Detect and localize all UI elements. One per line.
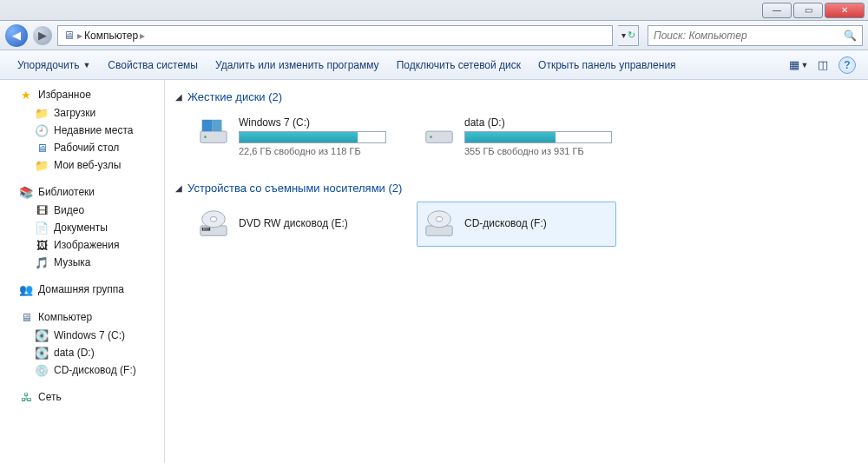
collapse-icon: ◢ xyxy=(175,92,182,102)
breadcrumb-sep: ▸ xyxy=(76,30,84,42)
music-icon: 🎵 xyxy=(35,255,49,269)
hard-drive-icon xyxy=(197,116,230,149)
network-item[interactable]: 🖧Сеть xyxy=(0,387,164,407)
refresh-icon: ↻ xyxy=(628,30,635,41)
network-icon: 🖧 xyxy=(19,390,33,404)
open-control-panel-button[interactable]: Открыть панель управления xyxy=(529,59,685,71)
search-input[interactable] xyxy=(654,30,844,42)
window-titlebar: — ▭ ✕ xyxy=(0,0,868,21)
maximize-button[interactable]: ▭ xyxy=(793,3,823,18)
drive-icon: 💽 xyxy=(35,328,49,342)
command-bar: Упорядочить▼ Свойства системы Удалить ил… xyxy=(0,50,868,80)
chevron-down-icon: ▾ xyxy=(621,30,626,40)
collapse-icon: ◢ xyxy=(175,183,182,193)
hard-drive-icon xyxy=(423,116,456,149)
minimize-button[interactable]: — xyxy=(762,3,792,18)
organize-menu[interactable]: Упорядочить▼ xyxy=(9,59,99,71)
drive-label: DVD RW дисковод (E:) xyxy=(239,217,348,232)
drive-label: Windows 7 (C:) xyxy=(239,116,386,131)
usage-bar xyxy=(464,131,612,143)
video-icon: 🎞 xyxy=(35,203,49,217)
drive-label: data (D:) xyxy=(464,116,612,131)
uninstall-program-button[interactable]: Удалить или изменить программу xyxy=(207,59,388,71)
navigation-pane: ★Избранное 📁Загрузки 🕘Недавние места 🖥Ра… xyxy=(0,80,165,463)
content-pane: ◢ Жесткие диски (2) Windows 7 (C:) 22,6 … xyxy=(165,80,868,463)
refresh-button[interactable]: ▾ ↻ xyxy=(618,25,639,46)
svg-point-3 xyxy=(204,136,207,138)
drive-f-cd[interactable]: CD-дисковод (F:) xyxy=(417,202,616,247)
removable-section[interactable]: ◢ Устройства со съемными носителями (2) xyxy=(175,178,858,202)
breadcrumb-item[interactable]: Компьютер xyxy=(84,30,138,42)
breadcrumb[interactable]: 🖥 ▸ Компьютер ▸ xyxy=(57,25,613,46)
computer-icon: 🖥 xyxy=(62,29,76,43)
sidebar-item-drive-f[interactable]: 💿CD-дисковод (F:) xyxy=(0,361,164,379)
system-properties-button[interactable]: Свойства системы xyxy=(99,59,207,71)
help-button[interactable]: ? xyxy=(838,56,857,75)
search-icon: 🔍 xyxy=(844,30,857,42)
homegroup-item[interactable]: 👥Домашняя группа xyxy=(0,280,164,299)
svg-point-8 xyxy=(210,216,217,222)
sidebar-item-desktop[interactable]: 🖥Рабочий стол xyxy=(0,139,164,156)
hard-drives-section[interactable]: ◢ Жесткие диски (2) xyxy=(175,87,858,110)
forward-button[interactable]: ▶ xyxy=(33,26,52,45)
close-button[interactable]: ✕ xyxy=(825,3,865,18)
sidebar-item-music[interactable]: 🎵Музыка xyxy=(0,254,164,271)
cd-drive-icon xyxy=(423,208,456,241)
free-space-text: 355 ГБ свободно из 931 ГБ xyxy=(464,146,612,156)
sidebar-item-web[interactable]: 📁Мои веб-узлы xyxy=(0,156,164,174)
computer-group[interactable]: 🖥Компьютер xyxy=(0,308,164,327)
sidebar-item-images[interactable]: 🖼Изображения xyxy=(0,236,164,254)
help-icon: ? xyxy=(838,56,856,74)
svg-text:DVD: DVD xyxy=(203,228,210,231)
desktop-icon: 🖥 xyxy=(35,141,49,155)
usage-bar xyxy=(239,131,386,143)
search-box[interactable]: 🔍 xyxy=(648,25,863,46)
recent-icon: 🕘 xyxy=(35,123,49,137)
free-space-text: 22,6 ГБ свободно из 118 ГБ xyxy=(239,146,386,156)
sidebar-item-drive-c[interactable]: 💽Windows 7 (C:) xyxy=(0,327,164,344)
svg-point-13 xyxy=(436,216,443,222)
image-icon: 🖼 xyxy=(35,238,49,252)
dvd-drive-icon: DVD xyxy=(197,208,230,241)
disc-icon: 💿 xyxy=(35,363,49,377)
sidebar-item-video[interactable]: 🎞Видео xyxy=(0,202,164,219)
svg-rect-1 xyxy=(202,120,212,131)
folder-icon: 📁 xyxy=(35,158,49,172)
sidebar-item-drive-d[interactable]: 💽data (D:) xyxy=(0,344,164,361)
library-icon: 📚 xyxy=(19,185,33,199)
preview-pane-button[interactable]: ◫ xyxy=(813,56,832,75)
address-bar: ◀ ▶ 🖥 ▸ Компьютер ▸ ▾ ↻ 🔍 xyxy=(0,21,868,50)
sidebar-item-documents[interactable]: 📄Документы xyxy=(0,219,164,236)
grid-icon: ▦ xyxy=(789,58,799,71)
document-icon: 📄 xyxy=(35,221,49,235)
drive-d[interactable]: data (D:) 355 ГБ свободно из 931 ГБ xyxy=(417,110,616,162)
svg-rect-2 xyxy=(212,120,221,131)
sidebar-item-downloads[interactable]: 📁Загрузки xyxy=(0,104,164,122)
view-options-button[interactable]: ▦▼ xyxy=(789,56,808,75)
computer-icon: 🖥 xyxy=(19,310,33,324)
libraries-group[interactable]: 📚Библиотеки xyxy=(0,182,164,202)
homegroup-icon: 👥 xyxy=(19,282,33,296)
drive-label: CD-дисковод (F:) xyxy=(464,217,547,232)
drive-icon: 💽 xyxy=(35,346,49,360)
drive-c[interactable]: Windows 7 (C:) 22,6 ГБ свободно из 118 Г… xyxy=(191,110,391,162)
folder-icon: 📁 xyxy=(35,106,49,120)
breadcrumb-sep: ▸ xyxy=(138,30,147,42)
svg-point-5 xyxy=(430,136,432,138)
chevron-down-icon: ▼ xyxy=(801,61,809,69)
sidebar-item-recent[interactable]: 🕘Недавние места xyxy=(0,122,164,139)
drive-e-dvd[interactable]: DVD DVD RW дисковод (E:) xyxy=(191,202,391,247)
chevron-down-icon: ▼ xyxy=(82,61,90,69)
star-icon: ★ xyxy=(19,88,33,102)
map-network-drive-button[interactable]: Подключить сетевой диск xyxy=(388,59,529,71)
favorites-group[interactable]: ★Избранное xyxy=(0,85,164,104)
back-button[interactable]: ◀ xyxy=(5,24,28,47)
pane-icon: ◫ xyxy=(818,58,828,71)
